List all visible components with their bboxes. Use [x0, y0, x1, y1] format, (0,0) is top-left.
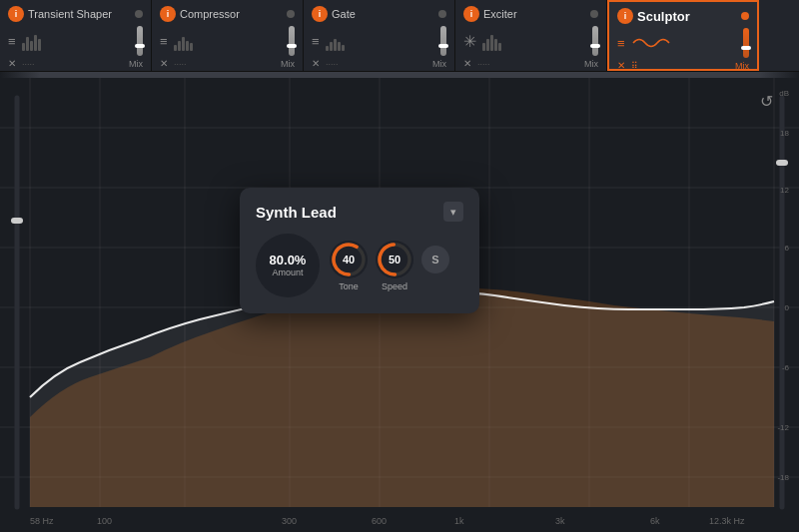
- tone-knob[interactable]: 40: [330, 241, 368, 278]
- svg-text:-12: -12: [777, 423, 789, 432]
- chevron-down-icon: ▾: [450, 206, 456, 219]
- plugin-slot-exciter[interactable]: i Exciter ✳ ✕ ····· Mix: [455, 0, 607, 71]
- svg-text:0: 0: [785, 303, 790, 312]
- mini-bars-3: [326, 31, 345, 51]
- tone-label: Tone: [339, 281, 359, 291]
- popup-chevron-button[interactable]: ▾: [443, 202, 463, 222]
- plugin-power-1[interactable]: [135, 10, 143, 18]
- sculptor-popup: Synth Lead ▾ 80.0% Amount: [240, 188, 479, 313]
- sculptor-wave-icon: [631, 33, 671, 53]
- hamburger-icon-1: ≡: [8, 34, 16, 49]
- svg-text:100: 100: [97, 516, 112, 526]
- plugin-power-3[interactable]: [438, 10, 446, 18]
- amount-value: 80.0%: [270, 254, 307, 267]
- amount-knob-inner: 80.0% Amount: [256, 234, 320, 297]
- small-knobs-group: 40 Tone 50 Speed: [330, 241, 463, 291]
- plugin-slot-transient-shaper[interactable]: i Transient Shaper ≡ ✕ ····· Mix: [0, 0, 152, 71]
- s-button-group: S: [421, 241, 449, 273]
- starburst-icon: ✳: [463, 32, 476, 51]
- popup-header: Synth Lead ▾: [256, 202, 463, 222]
- plugin-slot-compressor[interactable]: i Compressor ≡ ✕ ····· Mix: [152, 0, 304, 71]
- s-label: S: [431, 254, 438, 266]
- plugin-x-5[interactable]: ✕: [617, 60, 625, 71]
- svg-text:58 Hz: 58 Hz: [30, 516, 54, 526]
- amount-label: Amount: [272, 267, 303, 277]
- tone-value: 40: [343, 254, 355, 266]
- popup-controls: 80.0% Amount 40 Tone: [256, 234, 463, 297]
- hamburger-icon-3: ≡: [312, 34, 320, 49]
- svg-text:dB: dB: [779, 89, 789, 98]
- plugin-mix-5: Mix: [735, 61, 749, 71]
- plugin-circle-icon-5: i: [617, 8, 633, 24]
- svg-text:12.3k Hz: 12.3k Hz: [709, 516, 745, 526]
- svg-text:3k: 3k: [555, 516, 565, 526]
- svg-text:-6: -6: [782, 363, 790, 372]
- plugin-name-3: Gate: [332, 8, 434, 20]
- plugin-circle-icon-1: i: [8, 6, 24, 22]
- plugin-slot-sculptor[interactable]: i Sculptor ≡ ✕ ⠿ Mix: [607, 0, 759, 71]
- top-bar: i Transient Shaper ≡ ✕ ····· Mix i Compr…: [0, 0, 799, 72]
- mini-bars-1: [22, 31, 41, 51]
- plugin-circle-icon-2: i: [160, 6, 176, 22]
- svg-text:6: 6: [785, 244, 790, 253]
- main-eq-area: ↺ dB 18 1: [0, 78, 799, 532]
- plugin-fader-4[interactable]: [592, 26, 598, 56]
- svg-text:-18: -18: [777, 473, 789, 482]
- plugin-circle-icon-3: i: [312, 6, 328, 22]
- plugin-fader-1[interactable]: [137, 26, 143, 56]
- plugin-fader-2[interactable]: [289, 26, 295, 56]
- plugin-fader-3[interactable]: [440, 26, 446, 56]
- plugin-name-2: Compressor: [180, 8, 283, 20]
- popup-preset-name: Synth Lead: [256, 204, 337, 221]
- speed-value: 50: [389, 254, 400, 266]
- hamburger-icon-5: ≡: [617, 36, 625, 51]
- plugin-fader-5[interactable]: [743, 28, 749, 58]
- plugin-name-5: Sculptor: [637, 9, 737, 24]
- mini-bars-4: [482, 31, 501, 51]
- speed-label: Speed: [382, 281, 407, 291]
- speed-knob-group: 50 Speed: [376, 241, 413, 291]
- plugin-x-2[interactable]: ✕: [160, 58, 168, 69]
- s-button[interactable]: S: [421, 246, 449, 273]
- plugin-mix-3: Mix: [432, 59, 446, 69]
- svg-text:18: 18: [780, 129, 789, 138]
- svg-rect-18: [776, 160, 788, 166]
- plugin-x-1[interactable]: ✕: [8, 58, 16, 69]
- plugin-power-5[interactable]: [741, 12, 749, 20]
- hamburger-icon-2: ≡: [160, 34, 168, 49]
- plugin-mix-2: Mix: [281, 59, 295, 69]
- plugin-x-3[interactable]: ✕: [312, 58, 320, 69]
- plugin-circle-icon-4: i: [463, 6, 479, 22]
- svg-text:1k: 1k: [454, 516, 464, 526]
- plugin-slot-gate[interactable]: i Gate ≡ ✕ ····· Mix: [304, 0, 455, 71]
- svg-rect-19: [11, 218, 23, 224]
- svg-text:12: 12: [780, 186, 789, 195]
- svg-text:600: 600: [372, 516, 387, 526]
- plugin-mix-1: Mix: [129, 59, 143, 69]
- amount-knob-container: 80.0% Amount: [256, 234, 320, 297]
- mini-bars-2: [174, 31, 193, 51]
- amount-knob[interactable]: 80.0% Amount: [256, 234, 320, 297]
- speed-knob[interactable]: 50: [376, 241, 413, 278]
- plugin-power-2[interactable]: [287, 10, 295, 18]
- plugin-power-4[interactable]: [590, 10, 598, 18]
- plugin-name-4: Exciter: [483, 8, 586, 20]
- plugin-name-1: Transient Shaper: [28, 8, 131, 20]
- svg-text:6k: 6k: [650, 516, 660, 526]
- plugin-mix-4: Mix: [584, 59, 598, 69]
- tone-knob-group: 40 Tone: [330, 241, 368, 291]
- plugin-x-4[interactable]: ✕: [463, 58, 471, 69]
- svg-text:300: 300: [282, 516, 297, 526]
